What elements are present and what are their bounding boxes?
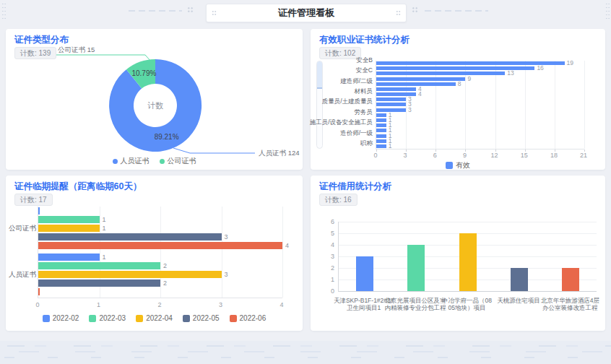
label-leader-line	[56, 55, 151, 61]
bar-item-12[interactable]	[376, 118, 386, 122]
y-axis-category-label: 建造师/二级	[309, 79, 373, 84]
card-certificate-borrowing: 证件借用统计分析 计数: 16 0123456天津SKP-B1F-1#2#3# …	[311, 176, 605, 331]
slice-callout-label: 公司证书 15	[58, 46, 95, 53]
gridline	[282, 207, 283, 298]
legend-swatch	[230, 315, 237, 322]
legend-item-人员证书[interactable]: 人员证书	[113, 156, 150, 166]
legend-label: 人员证书	[121, 156, 150, 166]
bar-value-label: 4	[418, 92, 422, 96]
column-plot-area	[338, 222, 597, 292]
legend-label: 有效	[456, 160, 470, 170]
y-axis-tick-label: 4	[316, 241, 334, 248]
bar-project-5[interactable]	[562, 268, 579, 291]
bar-item-8[interactable]	[376, 98, 406, 101]
bar-value-label: 1	[103, 216, 106, 223]
bar-2022-04-personnel[interactable]	[38, 271, 222, 278]
x-axis-tick-label: 21	[580, 152, 587, 159]
card-title: 证件类型分布	[14, 34, 69, 46]
bar-2022-03-company[interactable]	[38, 216, 100, 223]
legend-item-有效[interactable]: 有效	[446, 160, 470, 170]
bar-value-label: 2	[163, 262, 167, 269]
bar-value-label: 2	[163, 280, 167, 287]
bar-value-label: 3	[408, 108, 412, 112]
y-axis-tick-label: 2	[316, 264, 334, 272]
bar-item-14[interactable]	[376, 129, 386, 132]
circuit-decoration	[129, 10, 182, 12]
gridline	[339, 222, 597, 222]
bar-item-6[interactable]	[376, 87, 416, 91]
expiry-legend: 2022-022022-032022-042022-052022-06	[12, 314, 297, 322]
bar-2022-03-personnel[interactable]	[38, 262, 160, 269]
bar-劳务员[interactable]	[376, 113, 386, 117]
bar-安全C[interactable]	[376, 72, 505, 75]
bar-value-label: 1	[103, 254, 106, 261]
y-axis-category-label: 安全C	[309, 68, 373, 73]
x-axis-tick-label: 3	[404, 152, 407, 159]
bar-value-label: 1	[103, 225, 106, 232]
bar-project-4[interactable]	[511, 268, 528, 291]
bar-project-3[interactable]	[459, 233, 477, 291]
gridline	[160, 207, 161, 298]
legend-item-2022-04[interactable]: 2022-04	[136, 314, 173, 322]
valid-certificates-bar-chart: 19161398443331111111036912151821安全B安全C建造…	[316, 58, 599, 165]
card-title: 有效职业证书统计分析	[319, 34, 410, 46]
dashboard-page: 证件管理看板 89.21%人员证书 12410.79%公司证书 15计数人员证书…	[0, 0, 611, 364]
page-title: 证件管理看板	[278, 6, 334, 20]
slice-percent-label: 10.79%	[131, 69, 156, 77]
bar-2022-06-company[interactable]	[38, 242, 282, 249]
legend-swatch	[446, 162, 453, 169]
circuit-decoration	[1, 2, 6, 21]
bar-item-16[interactable]	[376, 139, 386, 143]
legend-swatch	[160, 159, 165, 164]
y-axis-tick-label: 1	[316, 276, 334, 283]
bar-施工员/设备安全施工员[interactable]	[376, 124, 386, 127]
bar-2022-02-personnel[interactable]	[38, 254, 100, 261]
y-axis-category-label: 劳务员	[309, 110, 373, 115]
count-badge: 计数: 139	[14, 47, 56, 59]
bar-建造师/二级[interactable]	[376, 82, 456, 86]
legend-item-2022-05[interactable]: 2022-05	[183, 314, 220, 322]
bar-value-label: 3	[225, 271, 228, 278]
legend-label: 2022-05	[193, 314, 220, 322]
card-valid-certificates: 有效职业证书统计分析 计数: 102 191613984433311111110…	[311, 29, 605, 170]
bar-职称[interactable]	[376, 144, 386, 148]
x-axis-tick-label: 3	[219, 301, 222, 308]
bar-2022-05-company[interactable]	[38, 233, 222, 240]
legend-swatch	[113, 159, 118, 164]
y-axis-category-label: 公司证书	[7, 225, 36, 232]
legend-item-2022-03[interactable]: 2022-03	[89, 314, 126, 322]
bar-2022-04-company[interactable]	[38, 225, 100, 232]
legend-swatch	[136, 315, 143, 322]
bar-value-label: 1	[389, 144, 392, 148]
bar-造价师/一级[interactable]	[376, 134, 386, 138]
grouped-bar-plot-area: 11341232	[38, 207, 282, 298]
x-axis-tick-label: 0	[373, 152, 377, 159]
bar-value-label: 4	[285, 242, 289, 249]
x-axis-tick-label: 6	[433, 152, 437, 159]
legend-label: 2022-06	[240, 314, 266, 322]
bar-item-4[interactable]	[376, 77, 465, 81]
bar-project-2[interactable]	[407, 245, 425, 291]
bar-质量员/土建质量员[interactable]	[376, 103, 406, 106]
x-axis-tick-label: 2	[157, 301, 161, 308]
bar-plot-area: 19161398443331111111	[376, 61, 584, 150]
legend-item-公司证书[interactable]: 公司证书	[160, 156, 196, 166]
bar-2022-02-company[interactable]	[38, 207, 40, 214]
legend-swatch	[43, 315, 50, 322]
datazoom-selected-range[interactable]	[317, 61, 322, 89]
bar-2022-05-personnel[interactable]	[38, 280, 160, 287]
y-axis-tick-label: 0	[316, 287, 334, 295]
x-axis-tick-label: 0	[35, 301, 39, 308]
y-axis-category-label: 安全B	[309, 58, 373, 63]
gridline	[584, 61, 585, 149]
legend-item-2022-02[interactable]: 2022-02	[43, 314, 79, 322]
slice-percent-label: 89.21%	[155, 133, 179, 141]
legend-label: 2022-03	[99, 314, 126, 322]
legend-swatch	[183, 315, 190, 322]
bar-2022-06-personnel[interactable]	[38, 288, 40, 295]
y-axis-category-label: 质量员/土建质量员	[309, 99, 373, 104]
x-axis-tick-label: 4	[280, 301, 283, 308]
legend-item-2022-06[interactable]: 2022-06	[230, 314, 266, 322]
circuit-decoration	[396, 10, 401, 16]
bar-project-1[interactable]	[356, 256, 373, 291]
